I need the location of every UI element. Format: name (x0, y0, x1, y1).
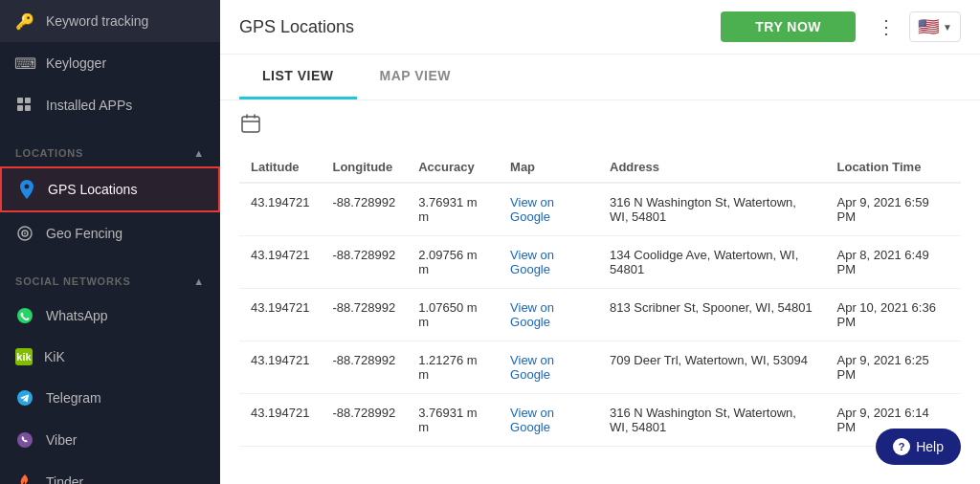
topbar: GPS Locations TRY NOW ⋮ 🇺🇸 ▼ (220, 0, 980, 55)
col-longitude: Longitude (321, 152, 407, 183)
cell-address: 709 Deer Trl, Watertown, WI, 53094 (598, 341, 825, 394)
help-button[interactable]: ? Help (876, 429, 961, 465)
cell-address: 316 N Washington St, Watertown, WI, 5480… (598, 394, 825, 447)
cell-accuracy: 2.09756 m m (407, 236, 499, 289)
svg-rect-10 (242, 117, 259, 132)
main-content: GPS Locations TRY NOW ⋮ 🇺🇸 ▼ LIST VIEW M… (220, 0, 980, 484)
locations-section-header: LOCATIONS ▲ (0, 134, 220, 166)
cell-map[interactable]: View on Google (499, 236, 598, 289)
apps-icon (15, 96, 34, 115)
more-options-button[interactable]: ⋮ (871, 11, 902, 42)
cell-latitude: 43.194721 (239, 394, 321, 447)
view-tabs: LIST VIEW MAP VIEW (220, 55, 980, 100)
sidebar-label-installed-apps: Installed APPs (46, 98, 132, 113)
sidebar-item-keylogger[interactable]: ⌨ Keylogger (0, 42, 220, 84)
cell-location-time: Apr 9, 2021 6:59 PM (826, 183, 962, 236)
cell-longitude: -88.728992 (321, 289, 407, 341)
map-link[interactable]: View on Google (510, 353, 554, 382)
flag-icon: 🇺🇸 (918, 16, 939, 37)
sidebar: 🔑 Keyword tracking ⌨ Keylogger Installed… (0, 0, 220, 484)
locations-table: Latitude Longitude Accuracy Map Address … (239, 152, 961, 447)
tinder-icon (15, 473, 34, 484)
content-area: Latitude Longitude Accuracy Map Address … (220, 100, 980, 484)
whatsapp-icon (15, 306, 34, 325)
table-row: 43.194721 -88.728992 3.76931 m m View on… (239, 394, 961, 447)
sidebar-label-keylogger: Keylogger (46, 55, 106, 71)
sidebar-item-viber[interactable]: Viber (0, 419, 220, 461)
cell-latitude: 43.194721 (239, 289, 321, 341)
help-circle-icon: ? (893, 438, 910, 455)
col-address: Address (598, 152, 825, 183)
cell-address: 134 Coolidge Ave, Watertown, WI, 54801 (598, 236, 825, 289)
sidebar-label-kik: KiK (44, 349, 65, 364)
cell-latitude: 43.194721 (239, 341, 321, 394)
map-link[interactable]: View on Google (510, 195, 554, 224)
language-selector[interactable]: 🇺🇸 ▼ (909, 11, 961, 42)
calendar-icon[interactable] (239, 112, 961, 141)
sidebar-label-geo-fencing: Geo Fencing (46, 226, 122, 241)
tab-list-view[interactable]: LIST VIEW (239, 55, 357, 99)
table-row: 43.194721 -88.728992 2.09756 m m View on… (239, 236, 961, 289)
kik-icon: kik (15, 348, 33, 365)
cell-latitude: 43.194721 (239, 236, 321, 289)
cell-longitude: -88.728992 (321, 183, 407, 236)
sidebar-item-gps-locations[interactable]: GPS Locations (0, 166, 220, 212)
cell-accuracy: 1.21276 m m (407, 341, 499, 394)
table-row: 43.194721 -88.728992 1.21276 m m View on… (239, 341, 961, 394)
topbar-actions: ⋮ 🇺🇸 ▼ (871, 11, 961, 42)
cell-address: 813 Scribner St, Spooner, WI, 54801 (598, 289, 825, 341)
map-link[interactable]: View on Google (510, 406, 554, 434)
map-link[interactable]: View on Google (510, 300, 554, 329)
tab-map-view[interactable]: MAP VIEW (357, 55, 475, 99)
col-map: Map (499, 152, 598, 183)
cell-map[interactable]: View on Google (499, 341, 598, 394)
telegram-icon (15, 388, 34, 407)
col-location-time: Location Time (826, 152, 962, 183)
social-networks-section-header: SOCIAL NETWORKS ▲ (0, 262, 220, 295)
cell-map[interactable]: View on Google (499, 394, 598, 447)
table-row: 43.194721 -88.728992 3.76931 m m View on… (239, 183, 961, 236)
cell-longitude: -88.728992 (321, 394, 407, 447)
svg-point-8 (17, 390, 33, 406)
social-networks-chevron-icon: ▲ (193, 275, 205, 287)
sidebar-item-tinder[interactable]: Tinder (0, 461, 220, 484)
cell-location-time: Apr 9, 2021 6:25 PM (826, 341, 962, 394)
sidebar-item-whatsapp[interactable]: WhatsApp (0, 295, 220, 337)
sidebar-item-telegram[interactable]: Telegram (0, 377, 220, 419)
svg-point-9 (17, 432, 33, 448)
gps-icon (17, 180, 36, 199)
svg-rect-3 (25, 105, 31, 111)
svg-rect-2 (17, 105, 23, 111)
cell-map[interactable]: View on Google (499, 289, 598, 341)
sidebar-item-geo-fencing[interactable]: Geo Fencing (0, 212, 220, 254)
sidebar-label-tinder: Tinder (46, 474, 83, 484)
col-accuracy: Accuracy (407, 152, 499, 183)
locations-chevron-icon: ▲ (193, 147, 205, 159)
cell-location-time: Apr 10, 2021 6:36 PM (826, 289, 962, 341)
cell-accuracy: 3.76931 m m (407, 183, 499, 236)
keyword-icon: 🔑 (15, 11, 34, 31)
language-chevron-icon: ▼ (943, 22, 952, 33)
sidebar-label-whatsapp: WhatsApp (46, 308, 108, 323)
cell-address: 316 N Washington St, Watertown, WI, 5480… (598, 183, 825, 236)
cell-map[interactable]: View on Google (499, 183, 598, 236)
sidebar-label-viber: Viber (46, 432, 77, 448)
map-link[interactable]: View on Google (510, 248, 554, 276)
sidebar-item-installed-apps[interactable]: Installed APPs (0, 84, 220, 126)
sidebar-label-keyword: Keyword tracking (46, 13, 148, 29)
cell-accuracy: 1.07650 m m (407, 289, 499, 341)
cell-longitude: -88.728992 (321, 341, 407, 394)
keylogger-icon: ⌨ (15, 54, 34, 73)
svg-rect-0 (17, 98, 23, 103)
sidebar-item-kik[interactable]: kik KiK (0, 337, 220, 377)
sidebar-item-keyword-tracking[interactable]: 🔑 Keyword tracking (0, 0, 220, 42)
col-latitude: Latitude (239, 152, 321, 183)
sidebar-label-gps: GPS Locations (48, 182, 137, 197)
try-now-button[interactable]: TRY NOW (721, 11, 856, 42)
sidebar-label-telegram: Telegram (46, 390, 101, 406)
help-label: Help (916, 439, 944, 454)
cell-location-time: Apr 8, 2021 6:49 PM (826, 236, 962, 289)
cell-longitude: -88.728992 (321, 236, 407, 289)
geo-fencing-icon (15, 224, 34, 243)
cell-latitude: 43.194721 (239, 183, 321, 236)
